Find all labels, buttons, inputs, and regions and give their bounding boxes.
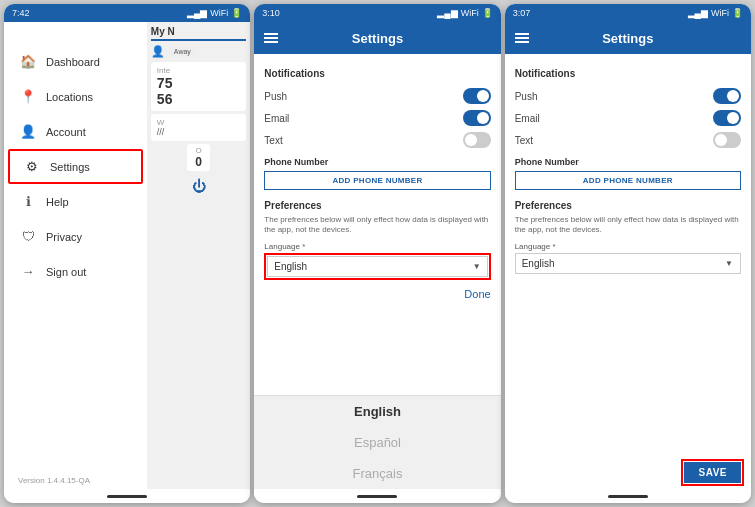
battery-icon-2: 🔋 [482,8,493,18]
data-block-1: Inte 75 56 [151,62,246,111]
push-row-3: Push [515,85,741,107]
battery-icon: 🔋 [231,8,242,18]
time-3: 3:07 [513,8,531,18]
settings-content-3: Notifications Push Email Text Phone Numb… [505,54,751,456]
hamburger-menu-2[interactable] [264,33,278,43]
status-bar-1: 7:42 ▂▄▆ WiFi 🔋 [4,4,250,22]
sidebar-item-label: Dashboard [46,56,100,68]
sidebar-item-dashboard[interactable]: 🏠 Dashboard [4,44,147,79]
email-row-3: Email [515,107,741,129]
signal-icon: ▂▄▆ [187,8,207,18]
menu-items-list: 🏠 Dashboard 📍 Locations 👤 Account ⚙ Sett… [4,40,147,472]
home-bar [107,495,147,498]
push-row-2: Push [264,85,490,107]
done-button[interactable]: Done [464,288,490,300]
preferences-desc-2: The prefrences below will only effect ho… [264,215,490,236]
text-row-3: Text [515,129,741,151]
language-select-wrapper-2: English Español Français ▼ [264,253,490,280]
save-btn-container: SAVE [505,456,751,489]
add-phone-button-2[interactable]: ADD PHONE NUMBER [264,171,490,190]
sidebar-item-label: Account [46,126,86,138]
email-row-2: Email [264,107,490,129]
signal-icon-3: ▂▄▆ [688,8,708,18]
screens-container: 7:42 ▂▄▆ WiFi 🔋 Menu 🏠 Dashboard 📍 [0,0,755,507]
language-select-wrapper-3: English Español Français ▼ [515,253,741,274]
language-option-francais[interactable]: Français [254,458,500,489]
phone-screen-2: 3:10 ▂▄▆ WiFi 🔋 Settings Notifications P… [254,4,500,503]
sidebar-item-label: Help [46,196,69,208]
settings-icon: ⚙ [24,159,40,174]
sidebar-item-help[interactable]: ℹ Help [4,184,147,219]
language-picker: English Español Français [254,395,500,489]
save-button[interactable]: SAVE [684,462,741,483]
signout-icon: → [20,264,36,279]
wifi-icon: WiFi [210,8,228,18]
home-indicator-2 [254,489,500,503]
menu-panel: Menu 🏠 Dashboard 📍 Locations 👤 Account [4,22,147,489]
data-block-3: O 0 [187,144,210,171]
text-label-3: Text [515,135,533,146]
sidebar-item-label: Privacy [46,231,82,243]
push-label-2: Push [264,91,287,102]
sidebar-item-account[interactable]: 👤 Account [4,114,147,149]
sidebar-item-locations[interactable]: 📍 Locations [4,79,147,114]
home-bar-3 [608,495,648,498]
email-label-3: Email [515,113,540,124]
text-toggle-2[interactable] [463,132,491,148]
status-icons-1: ▂▄▆ WiFi 🔋 [187,8,242,18]
status-badge: Away [169,47,196,56]
push-toggle-2[interactable] [463,88,491,104]
sidebar-item-label: Sign out [46,266,86,278]
home-indicator-3 [505,489,751,503]
hamburger-menu-3[interactable] [515,33,529,43]
right-panel: My N 👤 Away Inte 75 56 W /// O [147,22,250,489]
language-option-espanol[interactable]: Español [254,427,500,458]
settings-title-3: Settings [602,31,653,46]
version-text: Version 1.4.4.15-QA [4,472,147,489]
email-label-2: Email [264,113,289,124]
language-select-3[interactable]: English Español Français [515,253,741,274]
language-select-2[interactable]: English Español Français [267,256,487,277]
screen1-body: Menu 🏠 Dashboard 📍 Locations 👤 Account [4,22,250,489]
avatar-row: 👤 Away [151,45,246,58]
menu-title: Menu [4,23,41,39]
signal-icon-2: ▂▄▆ [437,8,457,18]
phone-screen-1: 7:42 ▂▄▆ WiFi 🔋 Menu 🏠 Dashboard 📍 [4,4,250,503]
nav-bar-2: Settings [254,22,500,54]
notifications-label-2: Notifications [264,68,490,79]
right-panel-title: My N [151,26,246,41]
time-2: 3:10 [262,8,280,18]
nav-bar-3: Settings [505,22,751,54]
home-bar-2 [357,495,397,498]
text-toggle-3[interactable] [713,132,741,148]
push-toggle-3[interactable] [713,88,741,104]
phone-number-label-2: Phone Number [264,157,490,167]
avatar: 👤 [151,45,165,58]
status-bar-3: 3:07 ▂▄▆ WiFi 🔋 [505,4,751,22]
text-label-2: Text [264,135,282,146]
language-label-3: Language * [515,242,741,251]
data-block-2: W /// [151,114,246,141]
privacy-icon: 🛡 [20,229,36,244]
account-icon: 👤 [20,124,36,139]
home-icon: 🏠 [20,54,36,69]
time-1: 7:42 [12,8,30,18]
settings-title-2: Settings [352,31,403,46]
sidebar-item-signout[interactable]: → Sign out [4,254,147,289]
sidebar-item-settings[interactable]: ⚙ Settings [8,149,143,184]
sidebar-item-label: Settings [50,161,90,173]
language-option-english[interactable]: English [254,396,500,427]
power-icon: ⏻ [151,178,246,194]
sidebar-item-privacy[interactable]: 🛡 Privacy [4,219,147,254]
phone-screen-3: 3:07 ▂▄▆ WiFi 🔋 Settings Notifications P… [505,4,751,503]
preferences-desc-3: The prefrences below will only effect ho… [515,215,741,236]
email-toggle-2[interactable] [463,110,491,126]
wifi-icon-3: WiFi [711,8,729,18]
email-toggle-3[interactable] [713,110,741,126]
add-phone-button-3[interactable]: ADD PHONE NUMBER [515,171,741,190]
battery-icon-3: 🔋 [732,8,743,18]
menu-nav-bar: Menu [4,22,147,40]
language-label-2: Language * [264,242,490,251]
done-row: Done [264,284,490,304]
push-label-3: Push [515,91,538,102]
